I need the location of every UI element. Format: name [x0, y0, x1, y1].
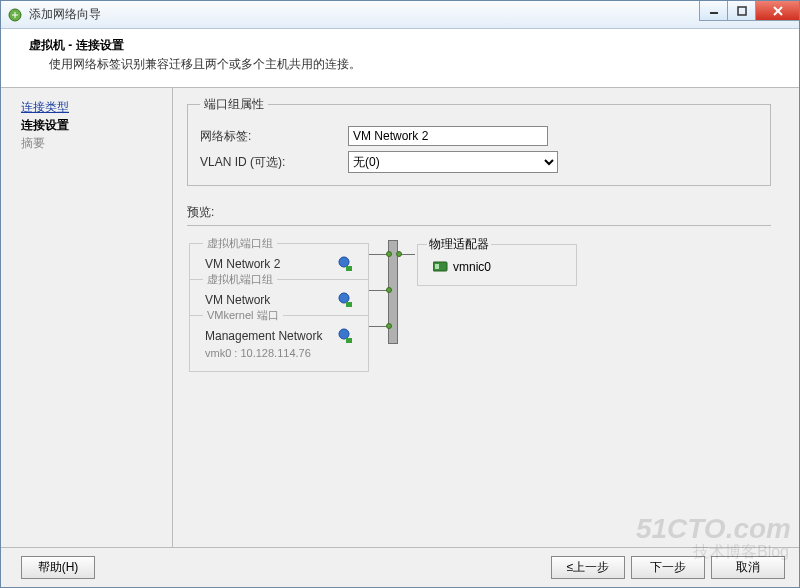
- adapter-legend: 物理适配器: [427, 236, 491, 253]
- wizard-steps-sidebar: 连接类型 连接设置 摘要: [1, 88, 173, 558]
- portgroup-name-1: VM Network 2: [205, 257, 280, 271]
- nic-icon: [433, 259, 449, 275]
- connector-dot: [386, 251, 392, 257]
- svg-rect-8: [346, 302, 352, 307]
- vm-portgroup-legend-1: 虚拟机端口组: [203, 236, 277, 251]
- svg-point-9: [339, 329, 349, 339]
- connector-dot: [386, 287, 392, 293]
- vmkernel-box: VMkernel 端口 Management Network vmk0 : 10…: [189, 308, 369, 372]
- page-title: 虚拟机 - 连接设置: [29, 37, 781, 54]
- window-controls: [699, 1, 799, 21]
- next-button[interactable]: 下一步: [631, 556, 705, 579]
- svg-point-7: [339, 293, 349, 303]
- network-icon: [337, 256, 353, 272]
- connector-dot: [386, 323, 392, 329]
- minimize-button[interactable]: [699, 1, 727, 21]
- network-label-input[interactable]: [348, 126, 548, 146]
- help-button[interactable]: 帮助(H): [21, 556, 95, 579]
- svg-point-5: [339, 257, 349, 267]
- network-icon: [337, 292, 353, 308]
- cancel-button[interactable]: 取消: [711, 556, 785, 579]
- titlebar: 添加网络向导: [1, 1, 799, 29]
- preview-box: 虚拟机端口组 VM Network 2 虚拟机端口组 VM: [187, 225, 771, 415]
- svg-rect-6: [346, 266, 352, 271]
- portgroup-legend: 端口组属性: [200, 96, 268, 113]
- step-summary: 摘要: [21, 134, 160, 152]
- svg-rect-10: [346, 338, 352, 343]
- vlan-id-label: VLAN ID (可选):: [200, 154, 348, 171]
- wizard-header: 虚拟机 - 连接设置 使用网络标签识别兼容迁移且两个或多个主机共用的连接。: [1, 29, 799, 88]
- portgroup-name-2: VM Network: [205, 293, 270, 307]
- app-icon: [7, 7, 23, 23]
- step-connection-settings: 连接设置: [21, 116, 160, 134]
- close-button[interactable]: [755, 1, 799, 21]
- vmk-name: Management Network: [205, 329, 322, 343]
- network-icon: [337, 328, 353, 344]
- wizard-window: 添加网络向导 虚拟机 - 连接设置 使用网络标签识别兼容迁移且两个或多个主机共用…: [0, 0, 800, 588]
- svg-rect-12: [435, 264, 439, 269]
- network-label-label: 网络标签:: [200, 128, 348, 145]
- wizard-main: 端口组属性 网络标签: VLAN ID (可选): 无(0) 预览:: [173, 88, 799, 558]
- svg-rect-2: [738, 7, 746, 15]
- connector-dot: [396, 251, 402, 257]
- maximize-button[interactable]: [727, 1, 755, 21]
- preview-label: 预览:: [187, 204, 771, 221]
- window-title: 添加网络向导: [29, 6, 101, 23]
- vmk-detail: vmk0 : 10.128.114.76: [199, 347, 359, 363]
- page-subtitle: 使用网络标签识别兼容迁移且两个或多个主机共用的连接。: [29, 56, 781, 73]
- vmkernel-legend: VMkernel 端口: [203, 308, 283, 323]
- vlan-id-select[interactable]: 无(0): [348, 151, 558, 173]
- step-connection-type[interactable]: 连接类型: [21, 98, 160, 116]
- portgroup-fieldset: 端口组属性 网络标签: VLAN ID (可选): 无(0): [187, 96, 771, 186]
- adapter-name: vmnic0: [453, 260, 491, 274]
- back-button[interactable]: ≤上一步: [551, 556, 625, 579]
- wizard-footer: 帮助(H) ≤上一步 下一步 取消: [1, 547, 799, 587]
- vm-portgroup-legend-2: 虚拟机端口组: [203, 272, 277, 287]
- wizard-body: 连接类型 连接设置 摘要 端口组属性 网络标签: VLAN ID (可选): 无…: [1, 88, 799, 558]
- physical-adapter-box: 物理适配器 vmnic0: [417, 236, 577, 286]
